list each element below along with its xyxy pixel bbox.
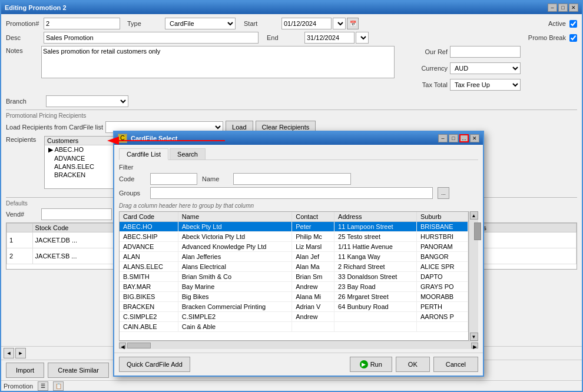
cell-suburb: BANGOR xyxy=(416,252,468,262)
col-contact: Contact xyxy=(292,212,334,222)
cell-code: BAY.MAR xyxy=(120,282,178,292)
nav-left-button[interactable]: ◄ xyxy=(4,348,14,358)
vend-input[interactable] xyxy=(41,208,112,220)
scroll-up-button[interactable]: ▲ xyxy=(470,211,478,220)
end-date-extra[interactable] xyxy=(356,32,369,44)
notes-textarea[interactable]: Sales promotion for retail customers onl… xyxy=(41,46,395,78)
cell-address: 1/11 Hattie Avenue xyxy=(334,242,417,252)
cardfile-table-container[interactable]: Card Code Name Contact Address Suburb AB… xyxy=(119,211,469,341)
cell-contact: Alan Jef xyxy=(292,252,334,262)
start-date-extra[interactable] xyxy=(333,18,346,29)
cell-contact: Peter xyxy=(292,222,334,232)
cancel-button[interactable]: Cancel xyxy=(433,357,478,372)
tab-cardfile-list[interactable]: Cardfile List xyxy=(119,148,168,160)
cell-suburb xyxy=(416,322,468,332)
cell-name: Abeck Pty Ltd xyxy=(178,222,292,232)
cell-suburb: BRISBANE xyxy=(416,222,468,232)
name-filter-input[interactable] xyxy=(233,173,351,185)
promotion-input[interactable] xyxy=(44,18,120,29)
currency-select[interactable]: AUD xyxy=(450,62,521,74)
end-date-input[interactable] xyxy=(304,32,355,44)
table-row[interactable]: BRACKEN Bracken Commercial Printing Adri… xyxy=(120,302,468,312)
status-icon-button[interactable]: ☰ xyxy=(38,381,48,391)
dialog-minimize-button[interactable]: – xyxy=(438,134,448,142)
restore-button[interactable]: □ xyxy=(558,4,568,12)
groups-row: Groups ... xyxy=(119,187,478,199)
filter-section: Filter Code Name Groups ... xyxy=(119,164,478,199)
start-date-input[interactable] xyxy=(281,18,332,29)
dialog-more-button[interactable]: ... xyxy=(459,134,469,142)
cell-name: Alan Jefferies xyxy=(178,252,292,262)
horizontal-scrollbar[interactable]: ◄ ► xyxy=(119,341,478,349)
svg-text:C: C xyxy=(120,134,125,141)
drag-hint: Drag a column header here to group by th… xyxy=(119,202,478,209)
end-date-wrapper xyxy=(304,32,369,44)
branch-select[interactable] xyxy=(46,95,128,107)
dialog-footer: Quick CardFile Add ▶ Run OK Cancel xyxy=(114,353,483,376)
calendar-button[interactable]: 📅 xyxy=(347,18,359,29)
cell-name: Big Bikes xyxy=(178,292,292,302)
close-button[interactable]: ✕ xyxy=(569,4,578,12)
tab-search[interactable]: Search xyxy=(170,148,206,160)
name-label: Name xyxy=(202,175,228,182)
cell-contact: Liz Marsl xyxy=(292,242,334,252)
scroll-thumb xyxy=(474,222,481,240)
active-checkbox[interactable] xyxy=(569,20,577,28)
nav-right-button[interactable]: ► xyxy=(15,348,26,358)
cell-suburb: DAPTO xyxy=(416,272,468,282)
window-title: Editing Promotion 2 xyxy=(5,4,67,11)
col-card-code: Card Code xyxy=(120,212,178,222)
dialog-restore-button[interactable]: □ xyxy=(449,134,458,142)
cell-code: BIG.BIKES xyxy=(120,292,178,302)
create-similar-button[interactable]: Create Similar xyxy=(48,363,109,378)
right-panel: Our Ref Currency AUD Tax Total Tax Free … xyxy=(406,46,536,93)
vertical-scrollbar[interactable]: ▲ ▼ xyxy=(469,211,478,341)
tax-total-select[interactable]: Tax Free Up xyxy=(450,79,521,91)
groups-input[interactable] xyxy=(150,187,433,199)
quick-cardfile-add-button[interactable]: Quick CardFile Add xyxy=(119,357,190,372)
desc-input[interactable] xyxy=(44,32,259,44)
ok-button[interactable]: OK xyxy=(396,357,430,372)
load-label: Load Recipients from CardFile list xyxy=(6,124,103,131)
hscroll-right[interactable]: ► xyxy=(471,343,478,348)
cell-address: 23 Bay Road xyxy=(334,282,417,292)
type-select[interactable]: CardFile xyxy=(165,18,236,29)
cell-suburb: PERTH xyxy=(416,302,468,312)
table-row[interactable]: BIG.BIKES Big Bikes Alana Mi 26 Mrgaret … xyxy=(120,292,468,302)
import-button[interactable]: Import xyxy=(6,363,44,378)
cell-code: ALANS.ELEC xyxy=(120,262,178,272)
groups-more-button[interactable]: ... xyxy=(438,187,449,199)
table-row[interactable]: ABEC.HO Abeck Pty Ltd Peter 11 Lampoon S… xyxy=(120,222,468,232)
table-row[interactable]: ADVANCE Advanced Knowledge Pty Ltd Liz M… xyxy=(120,242,468,252)
cell-name: Abeck Victoria Pty Ltd xyxy=(178,232,292,242)
cell-contact: Adrian V xyxy=(292,302,334,312)
cell-address: 26 Mrgaret Street xyxy=(334,292,417,302)
table-row[interactable]: B.SMITH Brian Smith & Co Brian Sm 33 Don… xyxy=(120,272,468,282)
table-row[interactable]: C.SIMPLE2 C.SIMPLE2 Andrew AARONS P xyxy=(120,312,468,322)
cell-contact: Andrew xyxy=(292,312,334,322)
cell-suburb: PANORAM xyxy=(416,242,468,252)
minimize-button[interactable]: – xyxy=(548,4,557,12)
code-filter-input[interactable] xyxy=(150,173,197,185)
cell-contact: Andrew xyxy=(292,282,334,292)
status-bar: Promotion ☰ 📋 xyxy=(1,380,582,391)
promo-break-checkbox[interactable] xyxy=(569,34,577,42)
table-row[interactable]: ABEC.SHIP Abeck Victoria Pty Ltd Philip … xyxy=(120,232,468,242)
status-copy-button[interactable]: 📋 xyxy=(53,381,64,391)
table-row[interactable]: BAY.MAR Bay Marine Andrew 23 Bay Road GR… xyxy=(120,282,468,292)
table-row[interactable]: CAIN.ABLE Cain & Able xyxy=(120,322,468,332)
cell-address: 25 Testo street xyxy=(334,232,417,242)
cell-name: Bay Marine xyxy=(178,282,292,292)
title-bar-buttons: – □ ✕ xyxy=(548,4,578,12)
table-row[interactable]: ALANS.ELEC Alans Electrical Alan Ma 2 Ri… xyxy=(120,262,468,272)
cell-code: ADVANCE xyxy=(120,242,178,252)
hscroll-left[interactable]: ◄ xyxy=(119,343,126,348)
cell-name: Cain & Able xyxy=(178,322,292,332)
dialog-close-button[interactable]: ✕ xyxy=(470,134,479,142)
end-label: End xyxy=(267,34,302,41)
cell-code: ABEC.HO xyxy=(120,222,178,232)
our-ref-input[interactable] xyxy=(450,46,521,58)
table-row[interactable]: ALAN Alan Jefferies Alan Jef 11 Kanga Wa… xyxy=(120,252,468,262)
run-button[interactable]: ▶ Run xyxy=(350,357,392,372)
scroll-down-button[interactable]: ▼ xyxy=(470,333,478,341)
